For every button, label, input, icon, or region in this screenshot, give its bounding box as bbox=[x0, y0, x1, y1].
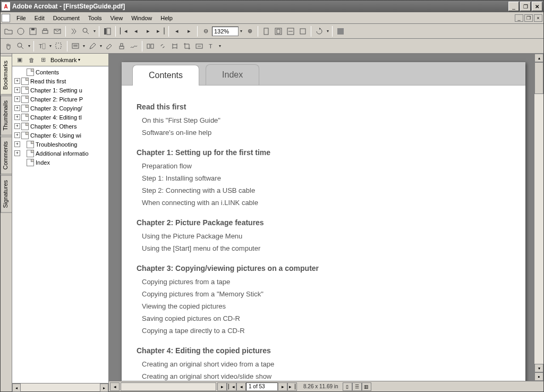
form-tool-icon[interactable] bbox=[193, 40, 205, 52]
nav-pane-icon[interactable] bbox=[101, 25, 113, 37]
expand-icon[interactable]: + bbox=[14, 141, 20, 147]
toc-item[interactable]: Viewing the copied pictures bbox=[137, 300, 511, 312]
section-heading[interactable]: Chapter 4: Editing the copied pictures bbox=[137, 346, 511, 355]
expand-icon[interactable]: + bbox=[14, 114, 20, 120]
status-last-page-icon[interactable]: ▸▕ bbox=[287, 382, 297, 391]
menu-file[interactable]: File bbox=[12, 14, 30, 22]
expand-icon[interactable]: + bbox=[14, 87, 20, 93]
vertical-scrollbar[interactable]: ▴ ▾ ▪ bbox=[534, 54, 543, 381]
stamp-tool-icon[interactable] bbox=[116, 40, 128, 52]
scroll-left-icon[interactable]: ◂ bbox=[110, 382, 120, 391]
maximize-button[interactable]: ❐ bbox=[520, 2, 531, 11]
bookmark-item[interactable]: +Troubleshooting bbox=[12, 140, 108, 149]
scroll-grip-icon[interactable]: ▪ bbox=[534, 372, 543, 381]
zoom-dropdown-icon[interactable]: ▾ bbox=[239, 25, 243, 37]
find-icon[interactable] bbox=[68, 25, 80, 37]
bookmark-item[interactable]: Contents bbox=[12, 67, 108, 76]
tab-signatures[interactable]: Signatures bbox=[1, 175, 12, 213]
highlight-tool-icon[interactable] bbox=[104, 40, 115, 52]
fit-page-icon[interactable] bbox=[273, 25, 284, 37]
scroll-right-icon[interactable]: ▸ bbox=[100, 384, 108, 392]
dropdown-icon[interactable]: ▾ bbox=[326, 25, 330, 37]
delete-bookmark-icon[interactable]: 🗑 bbox=[27, 56, 36, 64]
facing-icon[interactable]: ▥ bbox=[362, 382, 371, 391]
section-heading[interactable]: Read this first bbox=[137, 103, 511, 111]
mail-icon[interactable] bbox=[52, 25, 63, 37]
zoom-in-icon[interactable]: ⊕ bbox=[244, 25, 256, 37]
tab-bookmarks[interactable]: Bookmarks bbox=[1, 56, 12, 95]
next-view-icon[interactable]: ▸ bbox=[183, 25, 195, 37]
scroll-left-icon[interactable]: ◂ bbox=[12, 384, 21, 392]
tab-thumbnails[interactable]: Thumbnails bbox=[1, 96, 12, 135]
text-select-icon[interactable]: T bbox=[36, 40, 48, 52]
bookmark-item[interactable]: +Chapter 1: Setting u bbox=[12, 86, 108, 95]
scroll-up-icon[interactable]: ▴ bbox=[534, 54, 543, 62]
zoom-tool-icon[interactable] bbox=[15, 40, 27, 52]
fit-width-icon[interactable] bbox=[285, 25, 296, 37]
pencil-tool-icon[interactable] bbox=[87, 40, 98, 52]
status-prev-page-icon[interactable]: ◂ bbox=[236, 382, 246, 391]
bookmark-item[interactable]: +Chapter 6: Using wi bbox=[12, 131, 108, 140]
page-number-field[interactable]: 1 of 53 bbox=[246, 382, 278, 391]
article-tool-icon[interactable] bbox=[169, 40, 181, 52]
toc-item[interactable]: Using the Picture Package Menu bbox=[137, 230, 511, 242]
menu-tools[interactable]: Tools bbox=[84, 14, 106, 22]
dropdown-icon[interactable]: ▾ bbox=[82, 40, 86, 52]
single-page-icon[interactable]: ▯ bbox=[343, 382, 352, 391]
toc-item[interactable]: When connecting with an i.LINK cable bbox=[137, 197, 511, 209]
toc-item[interactable]: Creating an original short video from a … bbox=[137, 358, 511, 370]
expand-icon[interactable]: + bbox=[14, 123, 20, 129]
scroll-right-icon[interactable]: ▸ bbox=[217, 382, 227, 391]
expand-icon[interactable]: + bbox=[14, 105, 20, 111]
menu-window[interactable]: Window bbox=[127, 14, 156, 22]
search-icon[interactable] bbox=[80, 25, 92, 37]
print-icon[interactable] bbox=[39, 25, 51, 37]
scroll-track[interactable] bbox=[21, 384, 100, 391]
toc-item[interactable]: On this "First Step Guide" bbox=[137, 114, 511, 126]
section-heading[interactable]: Chapter 1: Setting up for the first time bbox=[137, 148, 511, 157]
toc-item[interactable]: Copying pictures from a "Memory Stick" bbox=[137, 288, 511, 300]
toc-item[interactable]: Creating an original short video/slide s… bbox=[137, 370, 511, 381]
menu-edit[interactable]: Edit bbox=[30, 14, 49, 22]
section-heading[interactable]: Chapter 2: Picture Package features bbox=[137, 218, 511, 227]
bookmarks-hscroll[interactable]: ◂ ▸ bbox=[12, 383, 108, 391]
scroll-thumb[interactable] bbox=[534, 62, 543, 94]
toc-item[interactable]: Step 1: Installing software bbox=[137, 172, 511, 184]
expand-icon[interactable]: ⊞ bbox=[39, 56, 47, 64]
bookmark-item[interactable]: +Additional informatio bbox=[12, 149, 108, 158]
tab-comments[interactable]: Comments bbox=[1, 137, 12, 174]
bookmarks-label[interactable]: Bookmark ▾ bbox=[50, 57, 80, 63]
mdi-restore-button[interactable]: ❐ bbox=[524, 14, 533, 22]
dropdown-icon[interactable]: ▾ bbox=[27, 40, 31, 52]
document-canvas[interactable]: Contents Index Read this firstOn this "F… bbox=[109, 54, 534, 381]
page-tab-index[interactable]: Index bbox=[206, 64, 259, 85]
continuous-icon[interactable]: ☰ bbox=[352, 382, 362, 391]
mdi-close-button[interactable]: × bbox=[534, 14, 542, 22]
dropdown-icon[interactable]: ▾ bbox=[92, 25, 97, 37]
minimize-button[interactable]: _ bbox=[508, 2, 519, 11]
toc-item[interactable]: Step 2: Connecting with a USB cable bbox=[137, 184, 511, 197]
scroll-track[interactable] bbox=[534, 62, 543, 364]
toc-item[interactable]: Copying a tape directly to a CD-R bbox=[137, 325, 511, 337]
open-icon[interactable] bbox=[3, 25, 14, 37]
reflow-icon[interactable] bbox=[297, 25, 309, 37]
note-tool-icon[interactable] bbox=[70, 40, 81, 52]
bookmark-item[interactable]: +Chapter 4: Editing tl bbox=[12, 113, 108, 122]
hand-tool-icon[interactable] bbox=[3, 40, 14, 52]
graphics-select-icon[interactable] bbox=[53, 40, 65, 52]
crop-tool-icon[interactable] bbox=[181, 40, 193, 52]
toc-item[interactable]: Saving copied pictures on CD-R bbox=[137, 312, 511, 325]
zoom-input[interactable] bbox=[212, 27, 239, 36]
toc-item[interactable]: Software's on-line help bbox=[137, 126, 511, 139]
page-tab-contents[interactable]: Contents bbox=[132, 65, 199, 86]
dropdown-icon[interactable]: ▾ bbox=[218, 40, 222, 52]
toc-item[interactable]: Copying pictures from a tape bbox=[137, 276, 511, 288]
status-next-page-icon[interactable]: ▸ bbox=[278, 382, 287, 391]
last-page-icon[interactable]: ▸▕ bbox=[155, 25, 166, 37]
web-icon[interactable] bbox=[15, 25, 27, 37]
next-page-icon[interactable]: ▸ bbox=[142, 25, 154, 37]
hscroll-track[interactable] bbox=[121, 382, 216, 391]
scroll-down-icon[interactable]: ▾ bbox=[534, 364, 543, 372]
actual-size-icon[interactable] bbox=[260, 25, 272, 37]
menu-view[interactable]: View bbox=[106, 14, 128, 22]
